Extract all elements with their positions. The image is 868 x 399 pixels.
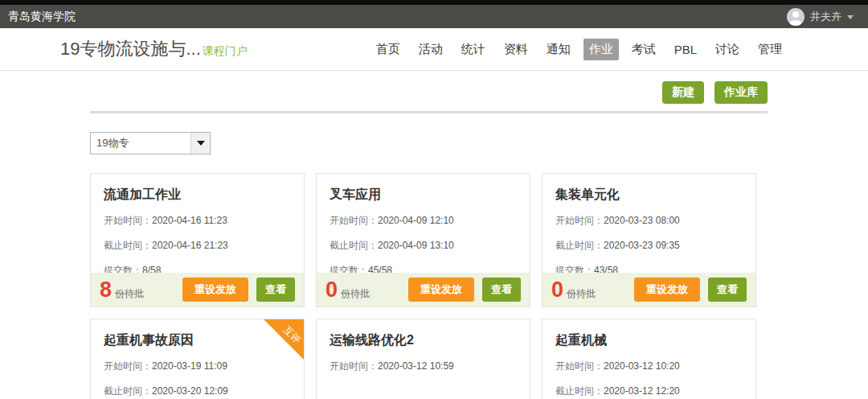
nav-item-pbl[interactable]: PBL: [669, 39, 702, 60]
nav-item-exams[interactable]: 考试: [626, 39, 661, 60]
reset-distribute-button[interactable]: 重设发放: [182, 278, 248, 302]
class-filter-value: 19物专: [91, 136, 190, 150]
topbar: 青岛黄海学院 井夫卉: [0, 5, 868, 28]
assignment-card: 运输线路优化2 开始时间：2020-03-12 10:59 提交数：52/58: [316, 319, 530, 399]
nav-item-notifications[interactable]: 通知: [541, 39, 576, 60]
assignments-page: 新建 作业库 19物专 流通加工作业 开始时间：2020-04-16 11:23…: [0, 71, 868, 399]
section-divider: [90, 111, 768, 113]
deadline-row: 截止时间：2020-04-09 13:10: [330, 239, 517, 253]
pending-label: 份待批: [567, 287, 596, 301]
empty-row: [330, 385, 517, 395]
reset-distribute-button[interactable]: 重设发放: [634, 278, 700, 302]
user-menu[interactable]: 井夫卉: [787, 8, 854, 26]
class-filter-select[interactable]: 19物专: [90, 132, 211, 154]
main-nav: 首页 活动 统计 资料 通知 作业 考试 PBL 讨论 管理: [371, 39, 788, 60]
nav-item-management[interactable]: 管理: [752, 39, 788, 60]
start-time-row: 开始时间：2020-03-23 08:00: [555, 214, 743, 228]
assignment-card: 互评 起重机事故原因 开始时间：2020-03-19 11:09 截止时间：20…: [90, 319, 305, 399]
nav-item-discussion[interactable]: 讨论: [710, 39, 745, 60]
start-time-row: 开始时间：2020-03-12 10:20: [555, 360, 743, 373]
view-button[interactable]: 查看: [256, 278, 295, 302]
reset-distribute-button[interactable]: 重设发放: [408, 278, 474, 302]
assignment-title: 运输线路优化2: [330, 332, 517, 349]
view-button[interactable]: 查看: [708, 278, 747, 302]
user-avatar-icon: [787, 8, 805, 26]
assignment-title: 集装单元化: [555, 187, 743, 204]
assignment-title: 起重机械: [555, 332, 743, 349]
assignment-card: 集装单元化 开始时间：2020-03-23 08:00 截止时间：2020-03…: [542, 173, 756, 307]
nav-item-activity[interactable]: 活动: [413, 39, 448, 60]
card-footer: 0 份待批 重设发放 查看: [542, 273, 755, 306]
pending-count: 0: [326, 279, 338, 301]
deadline-row: 截止时间：2020-03-23 09:35: [555, 239, 743, 253]
card-footer: 8 份待批 重设发放 查看: [91, 273, 304, 306]
course-title-group: 19专物流设施与... 课程门户: [60, 37, 248, 61]
card-footer: 0 份待批 重设发放 查看: [317, 273, 530, 306]
nav-item-home[interactable]: 首页: [371, 39, 406, 60]
assignment-card: 起重机械 开始时间：2020-03-12 10:20 截止时间：2020-03-…: [542, 319, 756, 399]
nav-item-assignments[interactable]: 作业: [583, 39, 619, 60]
course-portal-link[interactable]: 课程门户: [203, 44, 248, 59]
assignment-library-button[interactable]: 作业库: [714, 81, 768, 104]
start-time-row: 开始时间：2020-03-12 10:59: [330, 360, 517, 373]
toolbar: 新建 作业库: [90, 81, 768, 104]
assignment-card: 叉车应用 开始时间：2020-04-09 12:10 截止时间：2020-04-…: [316, 173, 530, 307]
chevron-down-icon: [847, 15, 854, 19]
new-assignment-button[interactable]: 新建: [662, 81, 704, 104]
nav-item-statistics[interactable]: 统计: [456, 39, 491, 60]
pending-count: 8: [100, 279, 112, 301]
start-time-row: 开始时间：2020-04-16 11:23: [104, 214, 291, 228]
view-button[interactable]: 查看: [482, 278, 521, 302]
school-name: 青岛黄海学院: [8, 10, 76, 24]
user-name: 井夫卉: [810, 10, 841, 24]
assignment-card: 流通加工作业 开始时间：2020-04-16 11:23 截止时间：2020-0…: [90, 173, 305, 307]
deadline-row: 截止时间：2020-04-16 21:23: [104, 239, 291, 253]
course-title: 19专物流设施与...: [60, 37, 201, 61]
deadline-row: 截止时间：2020-03-20 12:09: [104, 385, 291, 398]
assignment-title: 流通加工作业: [104, 187, 291, 204]
start-time-row: 开始时间：2020-04-09 12:10: [330, 214, 517, 228]
dropdown-arrow-icon[interactable]: [190, 133, 210, 154]
assignment-title: 叉车应用: [330, 187, 517, 204]
course-header: 19专物流设施与... 课程门户 首页 活动 统计 资料 通知 作业 考试 PB…: [0, 28, 868, 71]
assignment-cards-grid: 流通加工作业 开始时间：2020-04-16 11:23 截止时间：2020-0…: [90, 173, 768, 399]
deadline-row: 截止时间：2020-03-12 12:20: [555, 385, 743, 398]
start-time-row: 开始时间：2020-03-19 11:09: [104, 360, 291, 373]
nav-item-materials[interactable]: 资料: [498, 39, 534, 60]
pending-count: 0: [551, 279, 563, 301]
pending-label: 份待批: [115, 287, 144, 301]
pending-label: 份待批: [341, 287, 370, 301]
